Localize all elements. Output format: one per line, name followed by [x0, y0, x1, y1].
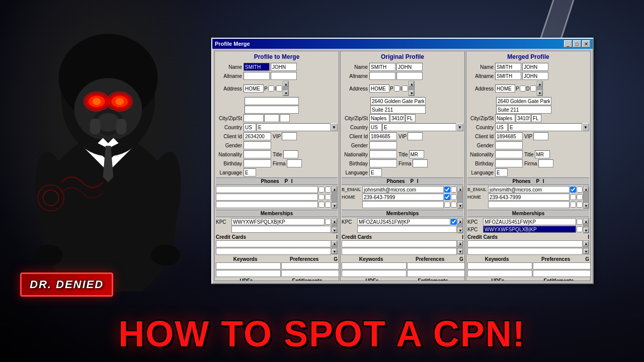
col1-phone3-p[interactable] — [318, 202, 325, 208]
col1-addr2[interactable] — [245, 106, 299, 114]
col1-state[interactable] — [280, 114, 290, 122]
col3-phone3-i[interactable] — [577, 202, 583, 208]
col1-kw2[interactable] — [216, 270, 281, 277]
col1-clientid-val[interactable] — [244, 132, 271, 140]
col1-phone3-input[interactable] — [216, 201, 318, 208]
col3-country-combo-btn[interactable]: ▼ — [582, 123, 589, 131]
minimize-button[interactable]: _ — [564, 40, 572, 47]
col2-phone1-i[interactable] — [451, 187, 457, 193]
col1-title-val[interactable] — [283, 150, 298, 158]
col3-clientid-val[interactable] — [495, 132, 523, 140]
col3-phone1-p[interactable] — [570, 187, 576, 193]
col1-phones-scroll[interactable]: ▲ ▼ — [332, 186, 338, 209]
col3-birthday-val[interactable] — [495, 159, 523, 167]
col3-gender-val[interactable] — [495, 141, 523, 149]
col2-i-check[interactable] — [402, 85, 408, 92]
col2-p-check[interactable] — [394, 85, 400, 92]
col1-mem-scroll[interactable]: ▲ ▼ — [332, 218, 338, 233]
col3-state[interactable] — [531, 114, 541, 122]
col2-address-type[interactable] — [369, 84, 389, 93]
col1-i-check[interactable] — [276, 85, 282, 92]
col3-address-scroll[interactable]: ▲ ▼ — [537, 81, 543, 96]
col2-title-val[interactable] — [409, 150, 424, 158]
col1-city[interactable] — [244, 114, 264, 122]
col1-address-type[interactable] — [244, 84, 264, 93]
col2-scroll-up[interactable]: ▲ — [409, 81, 414, 86]
maximize-button[interactable]: □ — [573, 40, 581, 47]
col3-phones-scroll[interactable]: ▲ ▼ — [583, 186, 589, 209]
col3-cc-scroll-up[interactable]: ▲ — [584, 241, 589, 246]
col3-kw2[interactable] — [467, 270, 532, 277]
col3-vip-val[interactable] — [533, 132, 548, 140]
col2-cc1[interactable] — [342, 240, 457, 247]
col3-phone2-input[interactable] — [488, 194, 570, 201]
col1-scroll-up[interactable]: ▲ — [283, 81, 288, 86]
col3-cc-scroll-down[interactable]: ▼ — [584, 249, 589, 254]
col3-title-val[interactable] — [535, 150, 550, 158]
col2-country-name[interactable] — [382, 123, 456, 131]
col3-country-name[interactable] — [508, 123, 582, 131]
col1-language-val[interactable] — [244, 168, 256, 176]
col2-cc-scroll-down[interactable]: ▼ — [458, 249, 463, 254]
col1-country-code[interactable] — [244, 123, 256, 131]
col2-mem1-val[interactable] — [357, 218, 450, 225]
col2-phone3-input[interactable] — [362, 201, 444, 208]
col2-phones-scroll-down[interactable]: ▼ — [458, 203, 463, 208]
col2-zip[interactable] — [390, 114, 405, 122]
col3-phones-scroll-down[interactable]: ▼ — [584, 203, 589, 208]
col3-phone3-input[interactable] — [488, 201, 570, 208]
col2-phone1-input[interactable] — [362, 186, 444, 193]
col3-phone2-i[interactable] — [577, 194, 583, 200]
col2-phone2-i[interactable] — [451, 194, 457, 200]
col3-mem1-check[interactable] — [577, 219, 583, 225]
col1-phone2-i[interactable] — [325, 194, 331, 200]
col2-phones-scroll[interactable]: ▲ ▼ — [457, 186, 463, 209]
col1-phone3-i[interactable] — [325, 202, 331, 208]
col2-phone2-input[interactable] — [362, 194, 444, 201]
col1-phones-scroll-up[interactable]: ▲ — [332, 187, 337, 192]
col1-zip[interactable] — [264, 114, 279, 122]
col3-address-type[interactable] — [495, 84, 515, 93]
col3-pref2[interactable] — [533, 270, 591, 277]
col3-cc2[interactable] — [467, 248, 583, 255]
col1-phone1-input[interactable] — [216, 186, 318, 193]
col3-p-check[interactable] — [520, 85, 526, 92]
col2-kw1[interactable] — [342, 262, 407, 269]
col3-mem2-check[interactable] — [577, 226, 583, 232]
col1-pref1[interactable] — [281, 262, 339, 269]
col3-zip[interactable] — [516, 114, 531, 122]
col3-altname-first[interactable] — [495, 72, 521, 80]
col1-nationality-val[interactable] — [244, 150, 271, 158]
col2-address-scroll[interactable]: ▲ ▼ — [409, 81, 415, 96]
col2-mem2-val[interactable] — [357, 226, 457, 233]
col3-altname-last[interactable] — [522, 72, 548, 80]
col3-phone3-p[interactable] — [570, 202, 576, 208]
col1-birthday-val[interactable] — [244, 159, 271, 167]
col2-gender-val[interactable] — [369, 141, 397, 149]
col1-country-combo-btn[interactable]: ▼ — [331, 123, 338, 131]
col1-mem1-val[interactable] — [231, 218, 325, 225]
col1-firma-val[interactable] — [287, 159, 302, 167]
col2-state[interactable] — [406, 114, 416, 122]
col3-mem-scroll-down[interactable]: ▼ — [584, 228, 589, 233]
col3-nationality-val[interactable] — [495, 150, 523, 158]
col1-gender-val[interactable] — [244, 141, 271, 149]
col3-name-first[interactable] — [495, 63, 521, 71]
col2-phone3-i[interactable] — [451, 202, 457, 208]
col3-mem-scroll[interactable]: ▲ ▼ — [583, 218, 589, 233]
col2-clientid-val[interactable] — [369, 132, 397, 140]
col3-addr1[interactable] — [496, 97, 551, 105]
col1-vip-val[interactable] — [282, 132, 297, 140]
col3-mem2-val[interactable] — [483, 226, 576, 233]
col2-name-first[interactable] — [369, 63, 395, 71]
col2-firma-val[interactable] — [413, 159, 428, 167]
col3-language-val[interactable] — [495, 168, 508, 176]
col2-addr1[interactable] — [370, 97, 426, 105]
col1-cc1[interactable] — [216, 240, 331, 247]
col3-phone2-p[interactable] — [570, 194, 576, 200]
col2-pref2[interactable] — [407, 270, 465, 277]
col3-phone1-i[interactable] — [577, 187, 583, 193]
col2-cc-scroll-up[interactable]: ▲ — [458, 241, 463, 246]
col3-firma-val[interactable] — [538, 159, 553, 167]
col1-country-name[interactable] — [257, 123, 331, 131]
